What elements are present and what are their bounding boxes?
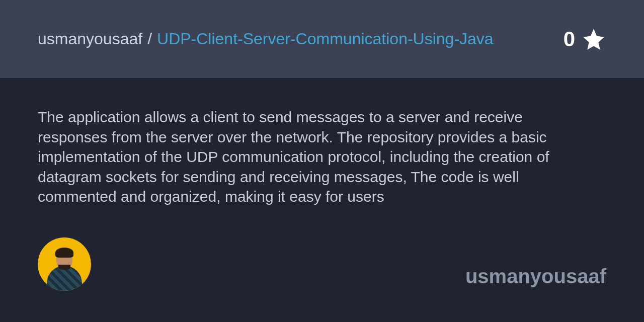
repo-description: The application allows a client to send … <box>38 107 571 207</box>
repo-name-link[interactable]: UDP-Client-Server-Communication-Using-Ja… <box>157 30 494 48</box>
avatar[interactable] <box>38 237 91 291</box>
repo-owner-link[interactable]: usmanyousaaf <box>38 30 142 48</box>
footer-username[interactable]: usmanyousaaf <box>465 265 606 291</box>
breadcrumb-separator: / <box>147 30 152 48</box>
star-icon[interactable] <box>581 27 606 52</box>
footer: usmanyousaaf <box>38 237 606 322</box>
repo-content: The application allows a client to send … <box>0 78 644 322</box>
avatar-image <box>47 246 82 291</box>
repo-header: usmanyousaaf / UDP-Client-Server-Communi… <box>0 0 644 78</box>
star-container: 0 <box>564 27 606 52</box>
star-count: 0 <box>564 27 575 51</box>
breadcrumb: usmanyousaaf / UDP-Client-Server-Communi… <box>38 30 494 48</box>
